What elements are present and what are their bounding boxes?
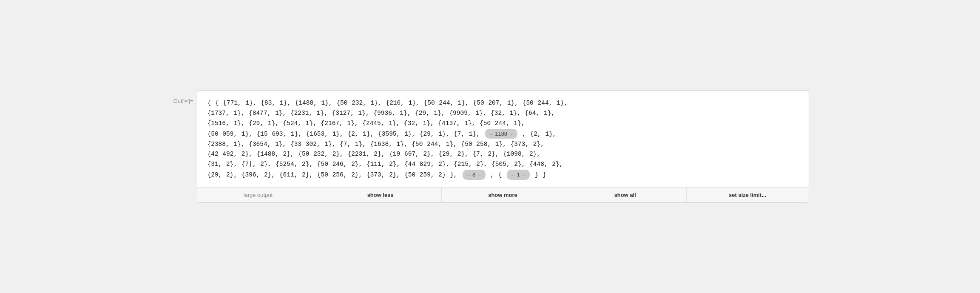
output-line-5: {2388, 1}, {3654, 1}, {33 302, 1}, {7, 1… [207,139,798,150]
output-line-8: {29, 2}, {396, 2}, {611, 2}, {50 256, 2}… [207,170,798,180]
line8-pre: {29, 2}, {396, 2}, {611, 2}, {50 256, 2}… [207,171,457,178]
line4-pre: {50 059, 1}, {15 693, 1}, {1653, 1}, {2,… [207,131,480,137]
output-toolbar: large output show less show more show al… [197,187,809,202]
output-label: Out[∗]= [171,90,197,104]
ellipsis-badge-8[interactable]: ··· 8 ··· [463,170,486,179]
output-line-3: {1516, 1}, {29, 1}, {524, 1}, {2167, 1},… [207,119,798,129]
line8-between: , { [490,171,502,178]
line8-post: } } [535,171,546,178]
show-all-button[interactable]: show all [564,188,687,202]
output-line-6: {42 492, 2}, {1488, 2}, {50 232, 2}, {22… [207,149,798,159]
output-text: { { {771, 1}, {83, 1}, {1488, 1}, {50 23… [197,91,809,187]
output-line-2: {1737, 1}, {8477, 1}, {2231, 1}, {3127, … [207,108,798,119]
ellipsis-badge-1[interactable]: ··· 1 ··· [507,170,530,179]
set-size-limit-button[interactable]: set size limit... [687,188,809,202]
large-output-button[interactable]: large output [197,188,320,202]
notebook-output-row: Out[∗]= { { {771, 1}, {83, 1}, {1488, 1}… [171,90,809,202]
show-more-button[interactable]: show more [442,188,564,202]
show-less-button[interactable]: show less [319,188,442,202]
output-cell: { { {771, 1}, {83, 1}, {1488, 1}, {50 23… [197,90,809,202]
line4-post: , {2, 1}, [522,131,556,137]
ellipsis-badge-1188[interactable]: ··· 1188 ··· [485,129,517,139]
output-line-1: { { {771, 1}, {83, 1}, {1488, 1}, {50 23… [207,98,798,108]
output-line-4: {50 059, 1}, {15 693, 1}, {1653, 1}, {2,… [207,129,798,139]
output-line-7: {31, 2}, {7|, 2}, {5254, 2}, {50 246, 2}… [207,159,798,170]
